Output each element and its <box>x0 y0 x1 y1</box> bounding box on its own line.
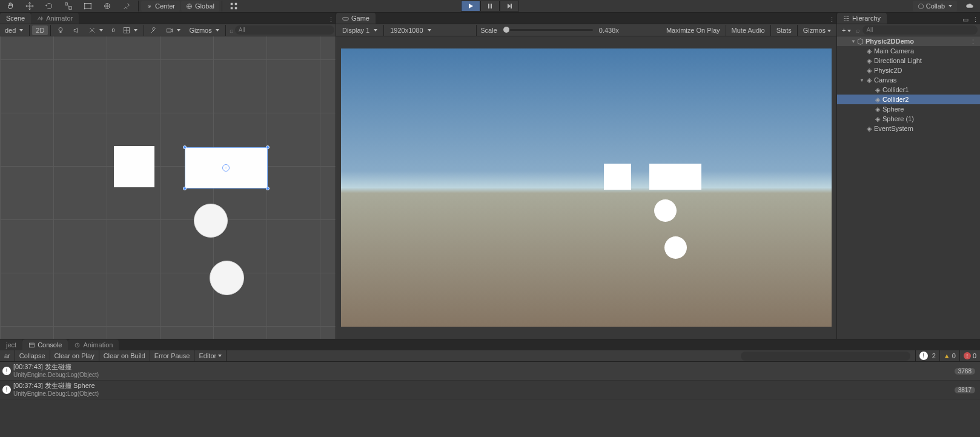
play-button[interactable] <box>461 1 480 12</box>
unity-icon <box>856 38 864 45</box>
tab-scene[interactable]: Scene <box>0 13 31 24</box>
tab-project[interactable]: ject <box>0 339 22 350</box>
fx-toggle[interactable] <box>85 25 107 35</box>
2d-toggle[interactable]: 2D <box>32 25 48 35</box>
shading-mode[interactable]: ded <box>1 25 27 35</box>
tab-hierarchy[interactable]: Hierarchy <box>837 13 887 24</box>
hier-item-canvas[interactable]: ▼◈Canvas <box>837 75 980 85</box>
audio-toggle[interactable] <box>69 25 84 35</box>
error-pause-toggle[interactable]: Error Pause <box>150 350 195 362</box>
hier-item[interactable]: ◈Directional Light <box>837 56 980 65</box>
rotate-tool[interactable] <box>40 1 58 12</box>
svg-rect-23 <box>30 343 35 347</box>
play-controls <box>461 1 519 12</box>
stats-toggle[interactable]: Stats <box>775 27 793 34</box>
pivot-toggle[interactable]: Center <box>141 1 180 12</box>
scale-slider[interactable] <box>503 29 593 31</box>
scene-view[interactable] <box>0 36 336 339</box>
editor-dropdown[interactable]: Editor <box>194 350 227 362</box>
hier-item[interactable]: ◈Collider1 <box>837 85 980 95</box>
pause-button[interactable] <box>480 1 500 12</box>
hier-item[interactable]: ◈Sphere <box>837 104 980 114</box>
collab-icon <box>918 3 924 10</box>
svg-point-6 <box>90 8 91 10</box>
clear-button[interactable]: ar <box>0 350 15 362</box>
scale-tool[interactable] <box>59 1 78 12</box>
game-tab-menu[interactable]: ⋮ <box>827 16 836 24</box>
rect-tool[interactable] <box>79 1 97 12</box>
visibility-toggle[interactable]: 0 <box>108 25 118 35</box>
info-count-toggle[interactable]: !2 <box>915 350 939 362</box>
svg-point-19 <box>59 27 62 31</box>
svg-rect-2 <box>85 4 91 9</box>
camera-dd[interactable] <box>162 25 184 35</box>
log-entry[interactable]: ! [00:37:43] 发生碰撞 SphereUnityEngine.Debu… <box>0 381 980 399</box>
pivot-label: Center <box>155 2 175 10</box>
handle-label: Global <box>195 2 214 10</box>
scene-menu[interactable]: ⋮ <box>970 38 976 45</box>
log-entry[interactable]: ! [00:37:43] 发生碰撞UnityEngine.Debug:Log(O… <box>0 362 980 381</box>
hier-item[interactable]: ◈Sphere (1) <box>837 114 980 124</box>
log-count-badge: 3768 <box>955 368 975 375</box>
hier-item[interactable]: ◈EventSystem <box>837 124 980 133</box>
warn-count-toggle[interactable]: ▲0 <box>939 350 959 362</box>
lighting-toggle[interactable] <box>53 25 68 35</box>
tools-dd[interactable] <box>147 25 161 35</box>
animation-icon <box>74 342 81 349</box>
hier-expand[interactable]: ▭ <box>961 16 970 24</box>
hierarchy-tab-menu[interactable]: ⋮ <box>970 16 980 24</box>
cube-icon: ◈ <box>865 125 873 133</box>
hierarchy-icon <box>843 15 850 22</box>
hier-scene[interactable]: ▼Physic2DDemo⋮ <box>837 36 980 46</box>
clear-on-build-toggle[interactable]: Clear on Build <box>99 350 150 362</box>
scale-value: 0.438x <box>599 27 619 34</box>
scene-obj-collider1[interactable] <box>114 146 154 187</box>
speaker-icon <box>73 27 80 34</box>
move-tool[interactable] <box>21 1 39 12</box>
svg-rect-22 <box>343 17 349 20</box>
svg-rect-15 <box>488 4 489 8</box>
error-count-toggle[interactable]: !0 <box>959 350 980 362</box>
gizmos-dd[interactable]: Gizmos <box>185 25 222 35</box>
maximize-toggle[interactable]: Maximize On Play <box>664 27 722 34</box>
custom-tool[interactable] <box>118 1 136 12</box>
collapse-toggle[interactable]: Collapse <box>15 350 50 362</box>
tab-animator[interactable]: Animator <box>31 13 79 24</box>
layers-toggle[interactable] <box>119 25 141 35</box>
scene-obj-sphere-1[interactable] <box>210 261 244 295</box>
handle-toggle[interactable]: Global <box>181 1 219 12</box>
scene-search-input[interactable] <box>235 25 334 35</box>
hier-item-selected[interactable]: ◈Collider2 <box>837 95 980 104</box>
collab-button[interactable]: Collab <box>913 1 957 12</box>
display-dropdown[interactable]: Display 1 <box>340 27 380 34</box>
scene-tab-menu[interactable]: ⋮ <box>326 16 336 24</box>
hier-item[interactable]: ◈Physic2D <box>837 65 980 75</box>
transform-tool[interactable] <box>98 1 116 12</box>
svg-rect-11 <box>231 3 233 5</box>
resolution-dropdown[interactable]: 1920x1080 <box>388 27 472 34</box>
hierarchy-search-input[interactable] <box>862 25 978 35</box>
svg-rect-12 <box>235 3 237 5</box>
snap-toggle[interactable] <box>225 1 243 12</box>
scene-obj-sphere[interactable] <box>194 204 228 238</box>
tab-animation[interactable]: Animation <box>68 339 119 350</box>
svg-point-18 <box>918 4 923 8</box>
tab-console[interactable]: Console <box>22 339 68 350</box>
svg-rect-13 <box>231 7 233 10</box>
hand-tool[interactable] <box>1 1 19 12</box>
create-dropdown[interactable]: + <box>839 27 853 34</box>
console-search-input[interactable] <box>741 352 910 361</box>
hier-item[interactable]: ◈Main Camera <box>837 46 980 56</box>
mute-toggle[interactable]: Mute Audio <box>730 27 767 34</box>
warn-icon: ▲ <box>944 352 950 359</box>
tab-game[interactable]: Game <box>336 13 376 24</box>
cube-icon: ◈ <box>865 67 873 75</box>
step-button[interactable] <box>500 1 519 12</box>
game-gizmos-toggle[interactable]: Gizmos <box>801 27 833 34</box>
cloud-button[interactable] <box>961 1 979 12</box>
cube-icon: ◈ <box>873 115 881 123</box>
clear-on-play-toggle[interactable]: Clear on Play <box>50 350 99 362</box>
log-count-badge: 3817 <box>955 387 975 393</box>
info-icon: ! <box>919 352 928 360</box>
hierarchy-toolbar: + ⌕ <box>837 24 980 36</box>
